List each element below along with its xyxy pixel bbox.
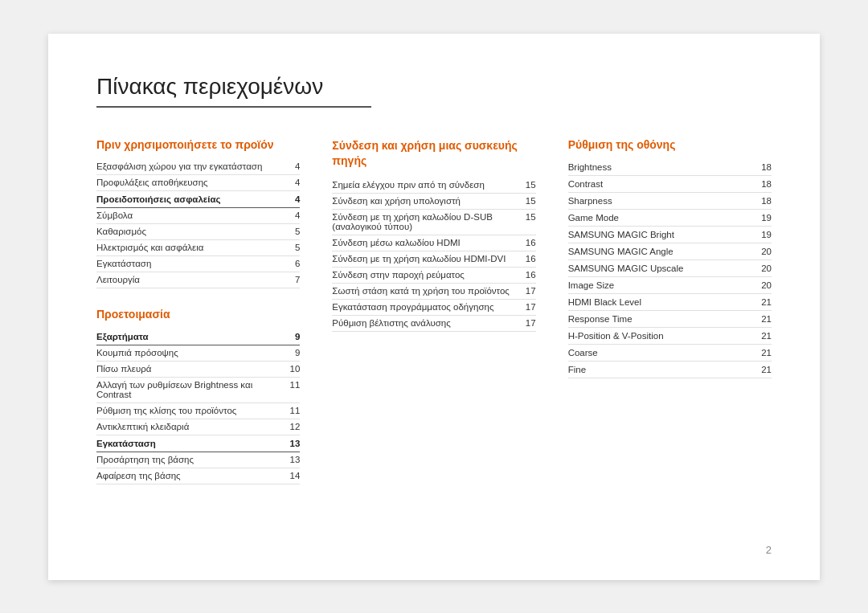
- item-label: Εγκατάσταση: [96, 255, 284, 272]
- item-page: 11: [284, 403, 300, 419]
- list-item: Image Size20: [568, 276, 772, 293]
- item-label: Κουμπιά πρόσοψης: [96, 345, 284, 361]
- item-label: Ηλεκτρισμός και ασφάλεια: [96, 239, 284, 255]
- item-label: Προσάρτηση της βάσης: [96, 452, 284, 468]
- section-preparation-title: Προετοιμασία: [96, 308, 300, 321]
- list-item: Εγκατάσταση6: [96, 255, 300, 272]
- item-label: Σύνδεση με τη χρήση καλωδίου HDMI-DVI: [332, 251, 519, 267]
- list-item: Προφυλάξεις αποθήκευσης4: [96, 174, 300, 190]
- section-before-use: Πριν χρησιμοποιήσετε το προϊόν Εξασφάλισ…: [96, 138, 300, 288]
- item-page: 16: [520, 267, 536, 283]
- item-label: HDMI Black Level: [568, 293, 747, 310]
- item-page: 13: [284, 452, 300, 468]
- item-label: Σωστή στάση κατά τη χρήση του προϊόντος: [332, 283, 519, 299]
- item-label: Εξασφάλιση χώρου για την εγκατάσταση: [96, 159, 284, 175]
- item-page: 18: [747, 159, 772, 176]
- item-page: 6: [284, 255, 300, 272]
- item-page: 21: [747, 293, 772, 310]
- item-page: 5: [284, 239, 300, 255]
- item-page: 17: [520, 299, 536, 315]
- item-label: Response Time: [568, 310, 747, 327]
- item-page: 17: [520, 315, 536, 331]
- item-label: Προφυλάξεις αποθήκευσης: [96, 174, 284, 190]
- preparation-table: Εξαρτήματα9Κουμπιά πρόσοψης9Πίσω πλευρά1…: [96, 329, 300, 484]
- item-label: Λειτουργία: [96, 272, 284, 288]
- column2: Σύνδεση και χρήση μιας συσκευής πηγής Ση…: [332, 138, 535, 504]
- list-item: SAMSUNG MAGIC Bright19: [568, 226, 772, 243]
- subsection-header: Εγκατάσταση: [96, 435, 284, 452]
- section-screen-settings: Ρύθμιση της οθόνης Brightness18Contrast1…: [568, 138, 772, 378]
- list-item: Αλλαγή των ρυθμίσεων Brightness και Cont…: [96, 377, 300, 403]
- page-number: 2: [766, 544, 772, 556]
- item-page: 19: [747, 209, 772, 226]
- list-item: HDMI Black Level21: [568, 293, 772, 310]
- list-item: Brightness18: [568, 159, 772, 176]
- item-page: 17: [520, 283, 536, 299]
- item-label: Image Size: [568, 276, 747, 293]
- list-item: Game Mode19: [568, 209, 772, 226]
- item-page: 14: [284, 468, 300, 484]
- item-label: Sharpness: [568, 192, 747, 209]
- list-item: Σύνδεση μέσω καλωδίου HDMI16: [332, 235, 535, 251]
- list-item: Σύνδεση με τη χρήση καλωδίου HDMI-DVI16: [332, 251, 535, 267]
- column3: Ρύθμιση της οθόνης Brightness18Contrast1…: [568, 138, 772, 504]
- list-item: Καθαρισμός5: [96, 223, 300, 239]
- section-connection-title: Σύνδεση και χρήση μιας συσκευής πηγής: [332, 138, 535, 170]
- item-page: 18: [747, 192, 772, 209]
- list-item: Εγκατάσταση προγράμματος οδήγησης17: [332, 299, 535, 315]
- list-item: Ρύθμιση της κλίσης του προϊόντος11: [96, 403, 300, 419]
- page-title: Πίνακας περιεχομένων: [96, 74, 371, 108]
- item-page: 15: [520, 178, 536, 194]
- item-label: Σημεία ελέγχου πριν από τη σύνδεση: [332, 178, 519, 194]
- list-item: H-Position & V-Position21: [568, 327, 772, 344]
- section-preparation: Προετοιμασία Εξαρτήματα9Κουμπιά πρόσοψης…: [96, 308, 300, 484]
- item-page: 21: [747, 344, 772, 361]
- item-label: Ρύθμιση βέλτιστης ανάλυσης: [332, 315, 519, 331]
- list-item: Σύνδεση και χρήση υπολογιστή15: [332, 193, 535, 209]
- table-row: Προειδοποιήσεις ασφαλείας4: [96, 190, 300, 207]
- section-screen-settings-title: Ρύθμιση της οθόνης: [568, 138, 772, 151]
- list-item: Response Time21: [568, 310, 772, 327]
- list-item: Εξασφάλιση χώρου για την εγκατάσταση4: [96, 159, 300, 175]
- item-page: 15: [520, 209, 536, 235]
- item-label: Σύνδεση μέσω καλωδίου HDMI: [332, 235, 519, 251]
- item-page: 19: [747, 226, 772, 243]
- item-page: 12: [284, 419, 300, 435]
- item-page: 4: [284, 207, 300, 223]
- list-item: Σύμβολα4: [96, 207, 300, 223]
- item-page: 20: [747, 260, 772, 276]
- item-label: Contrast: [568, 175, 747, 192]
- list-item: Σωστή στάση κατά τη χρήση του προϊόντος1…: [332, 283, 535, 299]
- item-page: 16: [520, 251, 536, 267]
- item-label: Σύνδεση με τη χρήση καλωδίου D-SUB (αναλ…: [332, 209, 519, 235]
- list-item: Σύνδεση στην παροχή ρεύματος16: [332, 267, 535, 283]
- item-label: Καθαρισμός: [96, 223, 284, 239]
- item-page: 4: [284, 159, 300, 175]
- column1: Πριν χρησιμοποιήσετε το προϊόν Εξασφάλισ…: [96, 138, 300, 504]
- item-page: 21: [747, 310, 772, 327]
- subsection-header-page: 9: [284, 329, 300, 345]
- list-item: Fine21: [568, 361, 772, 378]
- subsection-header: Προειδοποιήσεις ασφαλείας: [96, 190, 284, 207]
- item-page: 21: [747, 327, 772, 344]
- list-item: Λειτουργία7: [96, 272, 300, 288]
- item-label: Αφαίρεση της βάσης: [96, 468, 284, 484]
- item-label: SAMSUNG MAGIC Upscale: [568, 260, 747, 276]
- item-label: Fine: [568, 361, 747, 378]
- subsection-header: Εξαρτήματα: [96, 329, 284, 345]
- item-page: 4: [284, 174, 300, 190]
- item-label: Πίσω πλευρά: [96, 361, 284, 377]
- section-connection: Σύνδεση και χρήση μιας συσκευής πηγής Ση…: [332, 138, 535, 332]
- before-use-table: Εξασφάλιση χώρου για την εγκατάσταση4Προ…: [96, 159, 300, 288]
- item-label: Ρύθμιση της κλίσης του προϊόντος: [96, 403, 284, 419]
- list-item: SAMSUNG MAGIC Angle20: [568, 243, 772, 260]
- list-item: Σημεία ελέγχου πριν από τη σύνδεση15: [332, 178, 535, 194]
- screen-settings-table: Brightness18Contrast18Sharpness18Game Mo…: [568, 159, 772, 378]
- item-label: SAMSUNG MAGIC Angle: [568, 243, 747, 260]
- subsection-header-page: 4: [284, 190, 300, 207]
- list-item: Αφαίρεση της βάσης14: [96, 468, 300, 484]
- item-page: 16: [520, 235, 536, 251]
- item-page: 20: [747, 276, 772, 293]
- list-item: Προσάρτηση της βάσης13: [96, 452, 300, 468]
- list-item: Ηλεκτρισμός και ασφάλεια5: [96, 239, 300, 255]
